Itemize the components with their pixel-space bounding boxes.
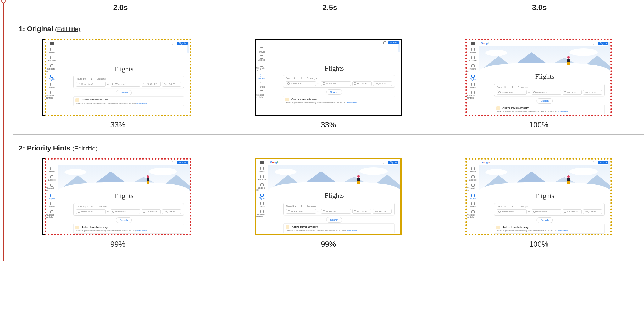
sidebar-item-explore[interactable]: Explore xyxy=(258,55,266,61)
sidebar-item-travel[interactable]: Travel xyxy=(259,167,265,172)
cabin-select[interactable]: Economy xyxy=(518,205,528,207)
depart-date-input[interactable]: Fri, Oct 22 xyxy=(142,82,161,87)
trip-type-select[interactable]: Round trip xyxy=(286,77,297,79)
hamburger-icon[interactable] xyxy=(260,42,264,45)
trip-type-select[interactable]: Round trip xyxy=(497,205,508,207)
swap-icon[interactable]: ⇄ xyxy=(317,82,320,85)
sidebar-item-hotels[interactable]: Hotels xyxy=(49,83,55,88)
sidebar-item-vacation[interactable]: Vacation rentals xyxy=(467,210,479,218)
sidebar-item-hotels[interactable]: Hotels xyxy=(470,202,476,208)
advisory-link[interactable]: More details xyxy=(558,230,568,232)
depart-date-input[interactable]: Fri, Oct 22 xyxy=(352,81,371,86)
row1-frame3[interactable]: Travel Explore Things to do Flights Hote… xyxy=(465,39,612,116)
row1-frame2[interactable]: Travel Explore Things to do Flights Hote… xyxy=(255,39,402,116)
search-button[interactable]: Search xyxy=(116,90,132,95)
sidebar-item-explore[interactable]: Explore xyxy=(48,56,56,62)
return-date-input[interactable]: Tue, Oct 26 xyxy=(583,209,602,214)
sidebar-item-flights[interactable]: Flights xyxy=(470,75,476,80)
sidebar-item-flights[interactable]: Flights xyxy=(259,194,265,199)
pax-select[interactable]: 1 xyxy=(301,77,303,79)
return-date-input[interactable]: Tue, Oct 26 xyxy=(373,81,392,86)
sidebar-item-explore[interactable]: Explore xyxy=(469,175,477,181)
cabin-select[interactable]: Economy xyxy=(518,86,528,88)
destination-input[interactable]: Where to? xyxy=(111,209,140,214)
swap-icon[interactable]: ⇄ xyxy=(107,211,109,213)
sign-in-button[interactable]: Sign in xyxy=(177,42,187,45)
destination-input[interactable]: Where to? xyxy=(532,209,561,214)
destination-input[interactable]: Where to? xyxy=(321,81,351,86)
advisory-link[interactable]: More details xyxy=(347,102,357,104)
return-date-input[interactable]: Tue, Oct 26 xyxy=(583,90,602,95)
sidebar-item-flights[interactable]: Flights xyxy=(470,194,476,200)
sidebar-item-vacation[interactable]: Vacation rentals xyxy=(46,210,58,218)
swap-icon[interactable]: ⇄ xyxy=(317,210,320,213)
sidebar-item-travel[interactable]: Travel xyxy=(49,48,55,54)
row-1-edit-link[interactable]: (Edit title) xyxy=(55,26,80,32)
apps-icon[interactable] xyxy=(172,42,175,45)
destination-input[interactable]: Where to? xyxy=(321,209,351,214)
hamburger-icon[interactable] xyxy=(50,42,54,45)
hamburger-icon[interactable] xyxy=(50,161,54,165)
origin-input[interactable]: Where from? xyxy=(286,81,316,86)
sidebar-item-flights[interactable]: Flights xyxy=(49,194,55,200)
destination-input[interactable]: Where to? xyxy=(532,90,561,95)
pax-select[interactable]: 1 xyxy=(512,86,514,88)
cabin-select[interactable]: Economy xyxy=(97,205,107,207)
sidebar-item-travel[interactable]: Travel xyxy=(259,47,265,53)
sidebar-item-vacation[interactable]: Vacation rentals xyxy=(467,91,479,99)
sidebar-item-vacation[interactable]: Vacation rentals xyxy=(46,91,58,99)
search-button[interactable]: Search xyxy=(326,89,342,95)
hamburger-icon[interactable] xyxy=(471,161,475,165)
sidebar-item-explore[interactable]: Explore xyxy=(258,175,266,181)
sidebar-item-hotels[interactable]: Hotels xyxy=(470,83,476,88)
apps-icon[interactable] xyxy=(383,41,386,44)
sidebar-item-hotels[interactable]: Hotels xyxy=(259,202,265,207)
sidebar-item-travel[interactable]: Travel xyxy=(470,48,476,54)
sign-in-button[interactable]: Sign in xyxy=(177,161,187,164)
origin-input[interactable]: Where from? xyxy=(76,209,106,214)
trip-type-select[interactable]: Round trip xyxy=(76,78,88,80)
trip-type-select[interactable]: Round trip xyxy=(76,205,88,207)
hamburger-icon[interactable] xyxy=(471,42,475,45)
advisory-link[interactable]: More details xyxy=(347,229,357,231)
sign-in-button[interactable]: Sign in xyxy=(598,161,608,164)
sidebar-item-things[interactable]: Things to do xyxy=(256,183,268,191)
trip-type-select[interactable]: Round trip xyxy=(497,86,508,88)
row1-frame1[interactable]: Travel Explore Things to do Flights Hote… xyxy=(45,39,191,116)
apps-icon[interactable] xyxy=(172,161,175,164)
search-button[interactable]: Search xyxy=(537,217,553,223)
sidebar-item-hotels[interactable]: Hotels xyxy=(259,82,265,88)
sidebar-item-things[interactable]: Things to do xyxy=(256,64,268,71)
depart-date-input[interactable]: Fri, Oct 22 xyxy=(563,90,582,95)
search-button[interactable]: Search xyxy=(326,217,342,223)
row2-frame2[interactable]: Travel Explore Things to do Flights Hote… xyxy=(255,158,402,235)
pax-select[interactable]: 1 xyxy=(301,205,304,207)
return-date-input[interactable]: Tue, Oct 26 xyxy=(162,82,181,87)
sidebar-item-travel[interactable]: Travel xyxy=(470,167,476,173)
advisory-link[interactable]: More details xyxy=(136,230,147,232)
sidebar-item-hotels[interactable]: Hotels xyxy=(49,202,55,208)
pax-select[interactable]: 1 xyxy=(91,205,94,207)
destination-input[interactable]: Where to? xyxy=(111,82,140,87)
sidebar-item-vacation[interactable]: Vacation rentals xyxy=(256,90,268,98)
sidebar-item-flights[interactable]: Flights xyxy=(49,75,55,80)
swap-icon[interactable]: ⇄ xyxy=(528,211,530,213)
advisory-link[interactable]: More details xyxy=(136,102,147,104)
apps-icon[interactable] xyxy=(593,42,596,45)
sign-in-button[interactable]: Sign in xyxy=(388,41,399,44)
origin-input[interactable]: Where from? xyxy=(497,90,526,95)
sidebar-item-things[interactable]: Things to do xyxy=(467,184,479,191)
depart-date-input[interactable]: Fri, Oct 22 xyxy=(352,209,371,214)
sidebar-item-things[interactable]: Things to do xyxy=(46,64,58,72)
origin-input[interactable]: Where from? xyxy=(497,209,526,214)
swap-icon[interactable]: ⇄ xyxy=(528,91,530,94)
advisory-link[interactable]: More details xyxy=(558,110,568,112)
cabin-select[interactable]: Economy xyxy=(97,78,107,80)
origin-input[interactable]: Where from? xyxy=(286,209,316,214)
origin-input[interactable]: Where from? xyxy=(76,82,106,87)
sidebar-item-vacation[interactable]: Vacation rentals xyxy=(256,210,268,218)
sidebar-item-flights[interactable]: Flights xyxy=(258,74,265,80)
apps-icon[interactable] xyxy=(383,161,386,164)
sidebar-item-explore[interactable]: Explore xyxy=(48,175,56,181)
row2-frame3[interactable]: Travel Explore Things to do Flights Hote… xyxy=(465,158,612,235)
